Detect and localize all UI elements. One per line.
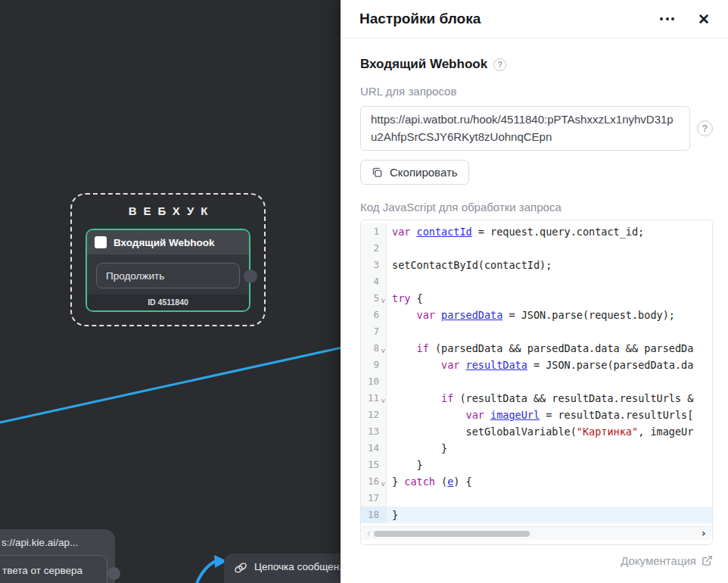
code-line[interactable]: 14 } — [361, 440, 712, 457]
code-editor[interactable]: 1var contactId = request.query.contact_i… — [360, 220, 713, 545]
line-number: 10 — [361, 373, 387, 390]
code-line[interactable]: 11v if (resultData && resultData.resultU… — [361, 390, 712, 407]
external-link-icon — [702, 555, 713, 566]
webhook-url-input[interactable]: https://api.watbot.ru/hook/4511840:pPTAs… — [360, 106, 690, 151]
more-menu-button[interactable] — [657, 14, 677, 23]
url-field-label: URL для запросов — [360, 85, 713, 98]
documentation-link[interactable]: Документация — [360, 554, 713, 567]
line-number: 12 — [361, 407, 387, 423]
node-title: Цепочка сообщен... — [254, 561, 347, 572]
node-title: Входящий Webhook — [114, 237, 215, 248]
node-header[interactable]: Входящий Webhook — [87, 230, 249, 254]
line-number: 1 — [361, 223, 387, 240]
code-line[interactable]: 6 var parsedData = JSON.parse(request.bo… — [361, 307, 712, 323]
code-line[interactable]: 12 var imageUrl = resultData.resultUrls[ — [361, 407, 712, 423]
line-number: 15 — [361, 457, 387, 473]
connector-port[interactable] — [107, 567, 120, 580]
code-line[interactable]: 3setContactById(contactId); — [361, 257, 712, 273]
line-number: 7 — [361, 323, 387, 340]
node-checkbox[interactable] — [95, 236, 107, 248]
code-line[interactable]: 10 — [361, 373, 712, 390]
line-number: 13 — [361, 423, 387, 440]
copy-button-label: Скопировать — [390, 166, 458, 179]
continue-button[interactable]: Продолжить — [96, 263, 240, 288]
help-icon[interactable]: ? — [493, 58, 506, 71]
panel-header: Настройки блока ✕ — [341, 0, 728, 39]
line-number: 17 — [361, 490, 387, 507]
line-number: 11v — [361, 390, 387, 407]
copy-icon — [372, 167, 383, 178]
code-line[interactable]: 18} — [361, 507, 712, 523]
code-line[interactable]: 16v} catch (e) { — [361, 473, 712, 490]
code-line[interactable]: 8v if (parsedData && parsedData.data && … — [361, 340, 712, 357]
scrollbar-thumb[interactable] — [374, 531, 530, 537]
line-number: 18 — [361, 507, 387, 523]
block-settings-panel: Настройки блока ✕ Входящий Webhook ? URL… — [341, 0, 728, 583]
code-line[interactable]: 17 — [361, 490, 712, 507]
line-number: 4 — [361, 273, 387, 290]
close-icon[interactable]: ✕ — [698, 12, 710, 26]
section-title: Входящий Webhook — [360, 57, 487, 72]
code-line[interactable]: 4 — [361, 273, 712, 290]
group-title: ВЕБХУК — [72, 204, 264, 217]
server-answer-button[interactable]: твета от сервера — [0, 555, 107, 583]
code-line[interactable]: 9 var resultData = JSON.parse(parsedData… — [361, 357, 712, 373]
webhook-group-node[interactable]: ВЕБХУК Входящий Webhook Продолжить ID 45… — [70, 193, 266, 326]
panel-title: Настройки блока — [359, 11, 657, 27]
url-help-icon[interactable]: ? — [697, 120, 713, 136]
code-line[interactable]: 1var contactId = request.query.contact_i… — [361, 223, 712, 240]
code-line[interactable]: 5vtry { — [361, 290, 712, 307]
link-icon — [233, 560, 248, 575]
node-title: s://api.kie.ai/ap... — [2, 537, 78, 548]
app-window: ВЕБХУК Входящий Webhook Продолжить ID 45… — [0, 0, 728, 583]
scroll-right-icon[interactable]: › — [701, 527, 707, 540]
connector-port[interactable] — [244, 270, 257, 283]
code-line[interactable]: 15 } — [361, 457, 712, 473]
code-line[interactable]: 7 — [361, 323, 712, 340]
line-number: 2 — [361, 240, 387, 257]
pointer-arrow-line — [195, 562, 214, 583]
line-number: 14 — [361, 440, 387, 457]
code-line[interactable]: 2 — [361, 240, 712, 257]
line-number: 9 — [361, 357, 387, 373]
node-id-label: ID 4511840 — [87, 295, 249, 310]
message-chain-node[interactable]: Цепочка сообщен... — [224, 553, 353, 583]
line-number: 8v — [361, 340, 387, 357]
code-line[interactable]: 13 setGlobalVariable("Картинка", imageUr — [361, 423, 712, 440]
connection-edge — [0, 348, 342, 422]
line-number: 16v — [361, 473, 387, 490]
line-number: 6 — [361, 307, 387, 323]
horizontal-scrollbar[interactable]: ‹ › — [362, 526, 711, 540]
code-editor-lines: 1var contactId = request.query.contact_i… — [361, 220, 712, 544]
scroll-left-icon[interactable]: ‹ — [366, 527, 372, 540]
code-field-label: Код JavaScript для обработки запроса — [360, 201, 713, 214]
documentation-link-label: Документация — [621, 554, 696, 567]
incoming-webhook-node[interactable]: Входящий Webhook Продолжить ID 4511840 — [86, 229, 250, 312]
line-number: 3 — [361, 257, 387, 273]
kie-api-node[interactable]: s://api.kie.ai/ap... твета от сервера — [0, 529, 115, 583]
copy-button[interactable]: Скопировать — [360, 160, 469, 185]
line-number: 5v — [361, 290, 387, 307]
